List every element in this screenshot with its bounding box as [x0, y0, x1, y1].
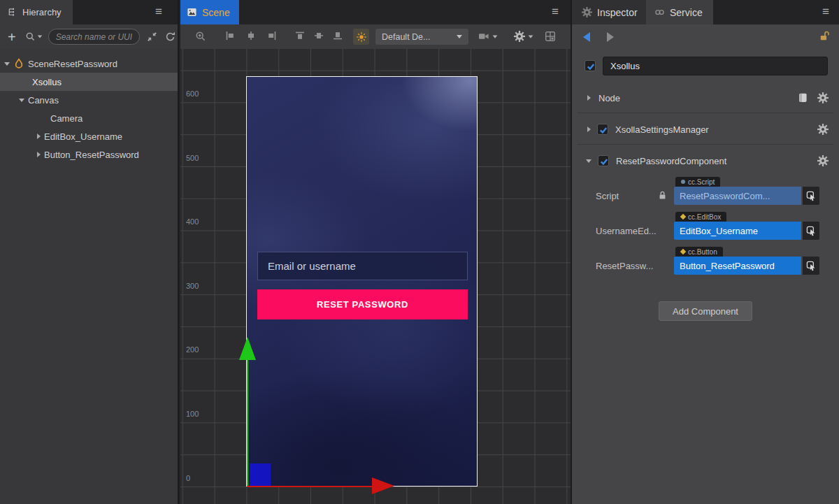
chevron-down-icon[interactable] — [4, 62, 10, 66]
align-right-icon[interactable] — [267, 31, 277, 41]
inspector-panel: Inspector Service ≡ Node Xs — [571, 0, 839, 504]
create-node-button[interactable]: + — [8, 31, 16, 43]
ruler-label: 600 — [186, 89, 199, 98]
cocos-creator-editor: Hierarchy ≡ + SceneResetPassword Xsollus — [0, 0, 839, 504]
add-component-button[interactable]: Add Component — [659, 301, 752, 321]
chevron-down-icon[interactable] — [586, 159, 591, 163]
gear-icon[interactable] — [817, 92, 829, 103]
component-xsolla-settings-header[interactable]: XsollaSettingsManager — [572, 120, 839, 138]
button-reference-group: Button_ResetPassword — [674, 257, 819, 275]
add-component-label: Add Component — [673, 306, 738, 317]
component-reset-password-header[interactable]: ResetPasswordComponent — [572, 152, 839, 170]
service-tab-label: Service — [670, 7, 703, 18]
script-reference-field[interactable]: ResetPasswordCom... — [674, 187, 801, 205]
tab-inspector[interactable]: Inspector — [572, 0, 646, 24]
gear-icon[interactable] — [817, 124, 829, 135]
editbox-username[interactable]: Email or username — [257, 252, 468, 280]
gear-icon[interactable] — [817, 155, 829, 166]
tree-item-button-resetpassword[interactable]: Button_ResetPassword — [0, 145, 178, 164]
ruler-label: 0 — [186, 474, 190, 482]
hierarchy-menu-icon[interactable]: ≡ — [155, 5, 162, 19]
scene-flame-icon — [13, 58, 24, 69]
align-bottom-icon[interactable] — [333, 31, 343, 41]
layout-grid-icon[interactable] — [545, 31, 556, 42]
align-vertical-middle-icon[interactable] — [314, 31, 324, 41]
camera-view-dropdown[interactable] — [478, 31, 498, 42]
scene-menu-icon[interactable]: ≡ — [552, 5, 559, 19]
tree-item-canvas[interactable]: Canvas — [0, 91, 178, 109]
ruler-label: 500 — [186, 154, 199, 162]
zoom-region-icon[interactable] — [195, 31, 206, 42]
type-badge-label: cc.Button — [688, 248, 717, 256]
ruler-label: 100 — [186, 410, 199, 418]
history-forward-icon[interactable] — [607, 32, 614, 42]
camera-icon — [478, 31, 489, 42]
node-name-input[interactable] — [603, 57, 828, 75]
scene-settings-dropdown[interactable] — [514, 31, 533, 42]
tab-scene[interactable]: Scene — [180, 0, 239, 24]
inspector-menu-icon[interactable]: ≡ — [822, 5, 829, 19]
node-section-header[interactable]: Node — [572, 89, 839, 107]
scene-tab-label: Scene — [202, 7, 230, 18]
unlock-icon[interactable] — [819, 30, 831, 42]
tab-hierarchy[interactable]: Hierarchy — [0, 0, 73, 24]
divider — [578, 113, 833, 113]
cursor-select-icon — [806, 191, 817, 201]
tree-item-label: Canvas — [28, 95, 59, 106]
hierarchy-icon — [7, 7, 17, 17]
chevron-right-icon[interactable] — [587, 95, 591, 101]
select-node-button[interactable] — [803, 257, 819, 275]
ruler-label: 300 — [186, 282, 199, 290]
button-reference-field[interactable]: Button_ResetPassword — [674, 257, 801, 275]
refresh-icon[interactable] — [165, 31, 175, 42]
editbox-reference-group: EditBox_Username — [674, 222, 819, 240]
scene-tabbar: Scene ≡ — [180, 0, 571, 24]
check-icon — [586, 62, 596, 71]
ruler-label: 400 — [186, 217, 199, 226]
prefab-book-icon[interactable] — [797, 92, 808, 103]
hierarchy-tab-label: Hierarchy — [22, 7, 62, 17]
cursor-select-icon — [806, 261, 817, 271]
component-enabled-checkbox[interactable] — [597, 124, 608, 135]
tree-item-label: SceneResetPassword — [28, 59, 117, 69]
gizmo-light-toggle[interactable] — [353, 29, 369, 45]
scene-image-icon — [187, 7, 197, 17]
y-axis-arrow-icon[interactable] — [239, 337, 256, 360]
tree-item-xsollus[interactable]: Xsollus — [0, 73, 178, 91]
chevron-right-icon[interactable] — [37, 134, 41, 139]
history-back-icon[interactable] — [583, 32, 590, 42]
chevron-down-icon — [37, 36, 41, 38]
property-label-reset-button: ResetPassw... — [596, 261, 653, 271]
device-resolution-dropdown[interactable]: Default De... — [375, 29, 468, 45]
select-asset-button[interactable] — [803, 187, 819, 205]
tree-item-label: Camera — [50, 113, 83, 124]
select-node-button[interactable] — [803, 222, 819, 240]
component-name: ResetPasswordComponent — [616, 156, 726, 166]
script-type-dot-icon — [681, 180, 685, 184]
x-axis-arrow-icon[interactable] — [372, 477, 394, 494]
component-enabled-checkbox[interactable] — [598, 155, 609, 166]
reset-password-button[interactable]: RESET PASSWORD — [257, 289, 468, 319]
search-input[interactable] — [48, 29, 140, 45]
chevron-down-icon[interactable] — [19, 99, 24, 102]
tree-item-editbox-username[interactable]: EditBox_Username — [0, 127, 178, 145]
node-active-checkbox[interactable] — [585, 60, 596, 71]
editbox-reference-field[interactable]: EditBox_Username — [674, 222, 801, 240]
script-reference-value: ResetPasswordCom... — [680, 191, 770, 201]
divider — [578, 144, 833, 145]
origin-handle[interactable] — [250, 463, 271, 486]
chevron-down-icon — [493, 35, 498, 38]
align-top-icon[interactable] — [295, 31, 305, 41]
tree-item-scene-root[interactable]: SceneResetPassword — [0, 55, 178, 73]
scene-viewport[interactable]: 600 500 400 300 200 100 0 Email or usern… — [180, 49, 571, 504]
collapse-all-icon[interactable] — [147, 31, 157, 42]
ruler-label: 200 — [186, 345, 199, 354]
align-horizontal-center-icon[interactable] — [246, 31, 256, 41]
tree-item-camera[interactable]: Camera — [0, 109, 178, 127]
game-canvas[interactable]: Email or username RESET PASSWORD — [246, 76, 478, 487]
align-left-icon[interactable] — [225, 31, 235, 41]
chevron-right-icon[interactable] — [587, 127, 591, 132]
tab-service[interactable]: Service — [646, 0, 713, 24]
chevron-right-icon[interactable] — [37, 152, 41, 157]
search-filter-button[interactable] — [25, 31, 43, 42]
